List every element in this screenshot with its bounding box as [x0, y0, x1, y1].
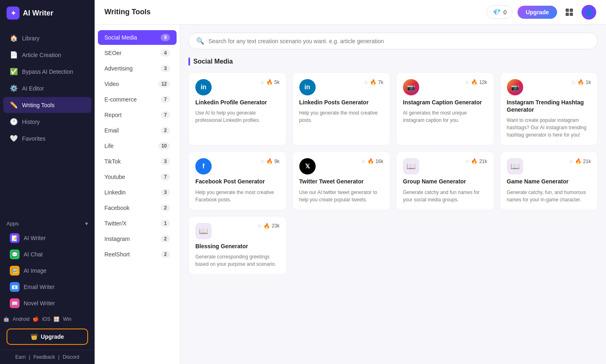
cat-item-instagram[interactable]: Instagram 2 — [98, 232, 177, 246]
nav-label-library: Library — [22, 35, 40, 42]
cat-item-seoer[interactable]: SEOer 4 — [98, 46, 177, 60]
sidebar-item-bypass-ai[interactable]: ✅ Bypass AI Detection — [3, 64, 91, 79]
main-area: Writing Tools 💎 0 Upgrade 👤 — [95, 0, 606, 364]
cat-item-twitter-x[interactable]: Twitter/X 1 — [98, 216, 177, 231]
tool-card-blessing[interactable]: 📖 ☆ 🔥 23k Blessing Generator Generate co… — [188, 216, 287, 275]
cat-item-email[interactable]: Email 2 — [98, 123, 177, 138]
tool-desc: Use AI to help you generate professional… — [195, 109, 280, 124]
sidebar-item-article-creation[interactable]: 📄 Article Creation — [3, 47, 91, 63]
cat-item-advertising[interactable]: Advertising 3 — [98, 61, 177, 76]
topbar-upgrade-button[interactable]: Upgrade — [518, 6, 557, 19]
app-item-ai-image[interactable]: 🖼️ AI Image — [7, 263, 88, 279]
cat-item-linkedin[interactable]: Linkedin 3 — [98, 185, 177, 200]
user-avatar[interactable]: 👤 — [582, 5, 596, 20]
fire-icon: 🔥 — [266, 79, 273, 85]
cat-label-ecommerce: E-commerce — [104, 96, 137, 103]
platform-links: 🤖 Android 🍎 iOS 🪟 Win — [0, 315, 95, 324]
app-label-ai-chat: AI Chat — [24, 251, 43, 258]
cat-item-youtube[interactable]: Youtube 7 — [98, 170, 177, 184]
nav-label-editor: AI Editor — [22, 85, 44, 92]
cat-badge-advertising: 3 — [161, 65, 170, 72]
apps-header: Apps ▾ — [7, 221, 88, 227]
section-label: Social Media — [193, 58, 233, 65]
ios-label[interactable]: iOS — [42, 316, 50, 322]
tool-card-facebook-post[interactable]: f ☆ 🔥 9k Facebook Post Generator Help yo… — [188, 151, 287, 210]
apple-icon: 🍎 — [33, 316, 39, 322]
tool-card-header: f ☆ 🔥 9k — [195, 158, 280, 174]
tool-card-header: 𝕏 ☆ 🔥 16k — [299, 158, 384, 174]
android-label[interactable]: Android — [13, 316, 29, 322]
history-icon: 🕐 — [10, 118, 18, 126]
star-icon: ☆ — [465, 79, 469, 85]
earn-link[interactable]: Earn — [15, 354, 26, 360]
sidebar-upgrade-button[interactable]: 👑 Upgrade — [7, 329, 88, 345]
tool-card-header: 📷 ☆ 🔥 12k — [403, 79, 487, 95]
cat-item-life[interactable]: Life 10 — [98, 139, 177, 153]
fire-icon: 🔥 — [577, 79, 584, 85]
tool-card-header: 📖 ☆ 🔥 23k — [195, 223, 280, 239]
star-icon: ☆ — [364, 79, 368, 85]
usage-count: 23k — [272, 223, 279, 229]
tool-card-group-name[interactable]: 📖 ☆ 🔥 21k Group Name Generator Generate … — [396, 151, 494, 210]
credits-badge: 💎 0 — [487, 5, 513, 19]
discord-link[interactable]: Discord — [63, 354, 80, 360]
tool-name: Instagram Trending Hashtag Generator — [507, 99, 591, 113]
cat-item-facebook[interactable]: Facebook 2 — [98, 201, 177, 215]
tool-card-header: 📷 ☆ 🔥 1k — [507, 79, 591, 95]
app-item-ai-chat[interactable]: 💬 AI Chat — [7, 246, 88, 263]
app-item-email-writer[interactable]: 📧 Email Writer — [7, 279, 88, 295]
fire-icon: 🔥 — [471, 79, 478, 85]
cat-badge-linkedin: 3 — [161, 189, 170, 196]
search-input[interactable] — [208, 38, 590, 44]
ai-writer-icon: 📝 — [10, 233, 20, 243]
feedback-link[interactable]: Feedback — [33, 354, 55, 360]
sidebar-item-history[interactable]: 🕐 History — [3, 114, 91, 130]
app-item-novel-writer[interactable]: 📖 Novel Writer — [7, 295, 88, 311]
tool-card-linkedin-posts[interactable]: in ☆ 🔥 7k Linkedin Posts Generator Help … — [292, 72, 391, 146]
cat-badge-report: 7 — [161, 111, 170, 119]
sidebar-item-library[interactable]: 🏠 Library — [3, 30, 91, 46]
tool-card-game-name[interactable]: 📖 ☆ 🔥 21k Game Name Generator Generate c… — [500, 151, 598, 210]
tool-meta: ☆ 🔥 7k — [364, 79, 383, 85]
tool-desc: Help you generate the most creative post… — [299, 109, 384, 124]
tool-card-header: 📖 ☆ 🔥 21k — [507, 158, 591, 174]
cat-item-tiktok[interactable]: TikTok 3 — [98, 154, 177, 169]
page-title: Writing Tools — [104, 8, 487, 16]
tool-card-twitter-tweet[interactable]: 𝕏 ☆ 🔥 16k Twitter Tweet Generator Use ou… — [292, 151, 391, 210]
cat-item-report[interactable]: Report 7 — [98, 108, 177, 122]
cat-label-linkedin: Linkedin — [104, 189, 126, 196]
grid-view-button[interactable] — [562, 5, 577, 20]
usage-count: 1k — [586, 79, 591, 85]
tool-card-instagram-caption[interactable]: 📷 ☆ 🔥 12k Instagram Caption Generator AI… — [396, 72, 494, 146]
win-label[interactable]: Win — [63, 316, 71, 322]
sidebar-item-favorites[interactable]: 🤍 Favorites — [3, 130, 91, 146]
cat-item-video[interactable]: Video 12 — [98, 77, 177, 91]
cat-item-social-media[interactable]: Social Media 9 — [98, 30, 177, 45]
grid-icon — [565, 8, 574, 17]
sidebar-item-ai-editor[interactable]: ⚙️ AI Editor — [3, 80, 91, 96]
tool-card-linkedin-profile[interactable]: in ☆ 🔥 5k Linkedin Profile Generator Use… — [188, 72, 287, 146]
sidebar-item-writing-tools[interactable]: ✏️ Writing Tools — [3, 97, 91, 113]
tool-name: Instagram Caption Generator — [403, 99, 487, 106]
tool-name: Game Name Generator — [507, 178, 591, 185]
search-bar: 🔍 — [188, 33, 598, 49]
logo[interactable]: ✦ AI Writer — [0, 0, 95, 26]
usage-count: 9k — [274, 159, 280, 164]
tool-desc: Generate corresponding greetings based o… — [195, 253, 280, 268]
nav-label-history: History — [22, 119, 40, 125]
cat-item-reelshort[interactable]: ReelShort 2 — [98, 247, 177, 262]
star-icon: ☆ — [571, 79, 576, 85]
fire-icon: 🔥 — [263, 223, 270, 229]
tool-desc: Generate catchy and fun names for your s… — [403, 189, 487, 203]
fire-icon: 🔥 — [370, 79, 376, 85]
cat-item-ecommerce[interactable]: E-commerce 7 — [98, 92, 177, 107]
tool-card-header: 📖 ☆ 🔥 21k — [403, 158, 487, 174]
app-item-ai-writer[interactable]: 📝 AI Writer — [7, 230, 88, 246]
cat-badge-seoer: 4 — [161, 49, 170, 57]
nav-label-bypass: Bypass AI Detection — [22, 68, 73, 75]
tool-meta: ☆ 🔥 21k — [465, 158, 487, 164]
svg-rect-3 — [570, 13, 573, 16]
tool-meta: ☆ 🔥 12k — [465, 79, 487, 85]
tool-card-instagram-hashtag[interactable]: 📷 ☆ 🔥 1k Instagram Trending Hashtag Gene… — [500, 72, 598, 146]
home-icon: 🏠 — [10, 34, 18, 42]
